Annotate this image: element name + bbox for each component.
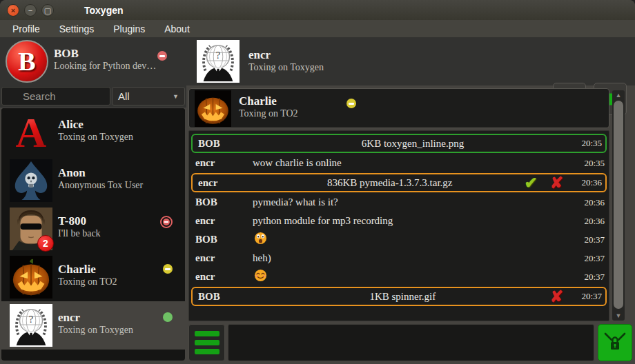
online-status-icon [163, 312, 173, 322]
send-message-button[interactable] [598, 324, 632, 361]
partner-status-message: Toxing on Toxygen [248, 62, 324, 73]
message-text: heh) [253, 252, 573, 264]
menu-profile[interactable]: Profile [3, 22, 50, 36]
scroll-up-icon[interactable]: ▲ [612, 90, 625, 100]
message-time: 20:37 [570, 291, 603, 302]
self-name: BOB [54, 47, 156, 61]
maximize-window-icon[interactable]: ▢ [41, 4, 54, 17]
contact-name: Alice [58, 118, 133, 132]
busy-status-icon [157, 51, 167, 61]
svg-text:?: ? [216, 50, 220, 61]
emoji-message: BOB 20:37 [190, 230, 608, 249]
message-sender: BOB [195, 138, 255, 150]
text-message: encr python module for mp3 recording 20:… [190, 212, 608, 230]
text-message: encr heh) 20:37 [190, 249, 608, 267]
secure-send-icon [603, 331, 627, 354]
menu-settings[interactable]: Settings [50, 22, 104, 36]
encr-avatar: ? [10, 304, 52, 347]
message-text: wow charlie is online [253, 157, 573, 169]
contacts-panel: All ▼ A Alice Toxing on Toxygen [0, 85, 186, 364]
minimize-window-icon[interactable]: − [24, 4, 37, 17]
message-sender: encr [195, 177, 255, 189]
contact-t800[interactable]: T-800 I'll be back 2 [1, 205, 185, 253]
message-sender: BOB [192, 196, 253, 208]
smiling-face-emoji [254, 269, 267, 282]
close-window-icon[interactable]: × [7, 4, 19, 17]
self-avatar[interactable]: B [6, 40, 48, 83]
anonymous-logo-icon: ? [10, 304, 52, 347]
partner-avatar: ? [197, 40, 240, 83]
message-time: 20:36 [573, 216, 606, 227]
busy-status-icon [160, 216, 173, 228]
self-profile[interactable]: B BOB Looking for Python dev… [0, 37, 185, 85]
message-sender: encr [192, 252, 253, 264]
contact-charlie[interactable]: Charlie Toxing on TO2 [1, 253, 185, 301]
chevron-down-icon: ▼ [173, 93, 179, 100]
contact-status-message: Toxing on Toxygen [58, 325, 133, 336]
emoji-message: encr 20:37 [190, 267, 608, 286]
search-row: All ▼ [0, 85, 186, 108]
toxygen-window: × − ▢ Toxygen Profile Settings Plugins A… [0, 0, 635, 364]
chat-scrollbar[interactable]: ▲ ▼ [612, 90, 625, 321]
scroll-down-icon[interactable]: ▼ [612, 311, 625, 321]
chat-partner-name: Charlie [239, 94, 298, 108]
cancel-file-button[interactable]: ✘ [550, 289, 563, 305]
contact-encr[interactable]: ? encr Toxing on Toxygen [1, 301, 185, 350]
message-time: 20:37 [573, 234, 606, 245]
contact-name: Charlie [58, 263, 117, 276]
contact-filter-dropdown[interactable]: All ▼ [112, 87, 185, 105]
titlebar: × − ▢ Toxygen [0, 0, 635, 20]
scared-face-emoji [254, 232, 267, 245]
away-status-icon [346, 99, 356, 108]
message-sender: encr [192, 215, 253, 227]
away-status-icon [163, 264, 173, 274]
contact-status-message: Toxing on Toxygen [58, 132, 133, 143]
contact-name: encr [58, 311, 133, 325]
chat-partner-header: Charlie Toxing on TO2 [188, 88, 609, 128]
message-time: 20:35 [573, 158, 606, 169]
decline-file-button[interactable]: ✘ [550, 175, 563, 191]
message-sender: BOB [195, 291, 255, 303]
chat-partner-status-message: Toxing on TO2 [239, 108, 298, 119]
message-text: pymedia? what is it? [253, 196, 573, 208]
file-name: 1KB spinner.gif [255, 291, 550, 303]
text-message: encr wow charlie is online 20:35 [190, 154, 608, 172]
anon-avatar [10, 159, 52, 202]
contact-alice[interactable]: A Alice Toxing on Toxygen [1, 108, 185, 156]
accept-file-button[interactable]: ✔ [524, 175, 537, 191]
message-time: 20:36 [570, 177, 603, 188]
file-transfer-message: BOB 6KB toxygen_inline.png 20:35 [191, 134, 607, 153]
alice-avatar: A [10, 111, 52, 154]
search-input[interactable] [1, 87, 110, 105]
scrollbar-thumb[interactable] [614, 101, 623, 309]
file-name: 836KB pymedia-1.3.7.3.tar.gz [255, 177, 524, 189]
message-sender: BOB [192, 234, 253, 245]
svg-text:?: ? [29, 314, 33, 325]
text-message: BOB pymedia? what is it? 20:36 [190, 193, 608, 212]
message-input[interactable] [228, 324, 594, 361]
message-time: 20:37 [573, 253, 606, 264]
file-name: 6KB toxygen_inline.png [255, 138, 570, 150]
menu-about[interactable]: About [155, 22, 199, 36]
contact-status-message: I'll be back [58, 228, 101, 239]
message-time: 20:35 [570, 138, 603, 149]
spade-skull-icon [10, 159, 52, 202]
message-sender: encr [192, 157, 253, 169]
contact-name: T-800 [58, 214, 101, 228]
contact-anon[interactable]: Anon Anonymous Tox User [1, 156, 185, 205]
anonymous-logo-icon: ? [197, 40, 240, 83]
file-transfer-message: encr 836KB pymedia-1.3.7.3.tar.gz ✔ ✘ 20… [191, 173, 607, 192]
contact-status-message: Toxing on TO2 [58, 276, 117, 287]
message-sender: encr [192, 271, 253, 283]
chat-menu-button[interactable] [188, 324, 225, 361]
filter-value: All [118, 90, 130, 102]
message-list: BOB 6KB toxygen_inline.png 20:35 encr wo… [188, 130, 609, 321]
menu-plugins[interactable]: Plugins [104, 22, 155, 36]
unread-count-badge: 2 [37, 235, 54, 252]
header-strip: B BOB Looking for Python dev… ? [0, 37, 635, 85]
pumpkin-icon [195, 90, 231, 127]
menubar: Profile Settings Plugins About [0, 20, 635, 37]
message-text: python module for mp3 recording [253, 215, 573, 227]
pumpkin-icon [10, 256, 52, 299]
contact-name: Anon [58, 166, 143, 180]
